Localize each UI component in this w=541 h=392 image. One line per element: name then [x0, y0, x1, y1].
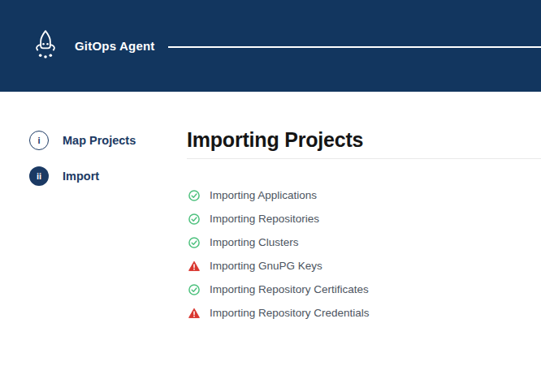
sidebar-item-import[interactable]: ii Import	[29, 166, 187, 186]
step-marker-i: i	[29, 131, 49, 150]
import-status-label: Importing Applications	[210, 189, 317, 201]
success-check-icon	[188, 213, 200, 225]
import-status-row: Importing Applications	[188, 183, 541, 207]
import-status-row: Importing Repository Certificates	[188, 278, 541, 301]
wizard-sidebar: i Map Projects ii Import	[0, 92, 187, 325]
sidebar-item-label: Import	[63, 170, 99, 183]
page-body: i Map Projects ii Import Importing Proje…	[0, 92, 541, 325]
success-check-icon	[188, 284, 200, 295]
import-status-row: Importing Repositories	[188, 207, 541, 230]
import-status-label: Importing Repository Credentials	[210, 307, 370, 319]
error-warning-icon	[188, 261, 200, 272]
success-check-icon	[188, 190, 200, 201]
import-status-row: Importing Repository Credentials	[188, 301, 541, 325]
app-header: GitOps Agent	[0, 0, 541, 92]
header-divider	[168, 46, 541, 48]
import-status-label: Importing GnuPG Keys	[210, 260, 322, 272]
brand-title: GitOps Agent	[75, 39, 155, 53]
sidebar-item-label: Map Projects	[63, 134, 136, 147]
sidebar-item-map-projects[interactable]: i Map Projects	[29, 131, 187, 150]
squid-logo-icon	[31, 28, 60, 65]
import-status-row: Importing Clusters	[188, 230, 541, 254]
import-status-list: Importing Applications Importing Reposit…	[188, 183, 541, 325]
import-status-row: Importing GnuPG Keys	[188, 254, 541, 278]
title-divider	[187, 158, 541, 159]
main-panel: Importing Projects Importing Application…	[187, 92, 541, 325]
import-status-label: Importing Repository Certificates	[210, 283, 369, 295]
import-status-label: Importing Clusters	[210, 236, 299, 248]
success-check-icon	[188, 237, 200, 248]
error-warning-icon	[188, 308, 200, 319]
step-marker-ii: ii	[29, 166, 49, 186]
page-title: Importing Projects	[187, 126, 541, 153]
import-status-label: Importing Repositories	[210, 213, 319, 225]
